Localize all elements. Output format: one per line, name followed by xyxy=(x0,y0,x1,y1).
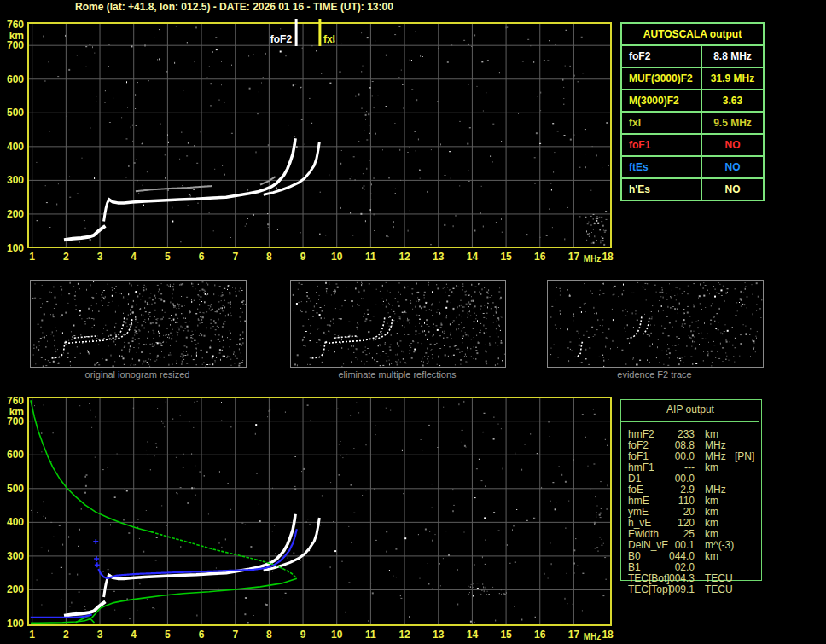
svg-text:9: 9 xyxy=(300,251,306,263)
aip-row-DelN_vE: DelN_vE00.1m^(-3) xyxy=(620,540,774,551)
autoscala-param-label: M(3000)F2 xyxy=(622,90,701,111)
autoscala-row-fxI: fxI9.5 MHz xyxy=(622,111,763,133)
svg-text:15: 15 xyxy=(500,629,512,641)
autoscala-row-MUF(3000)F2: MUF(3000)F231.9 MHz xyxy=(622,67,763,89)
autoscala-param-label: ftEs xyxy=(622,157,701,177)
autoscala-row-h'Es: h'EsNO xyxy=(622,177,763,200)
autoscala-param-label: foF1 xyxy=(622,135,701,155)
svg-text:10: 10 xyxy=(331,251,343,263)
autoscala-param-value: NO xyxy=(701,179,763,200)
svg-text:2: 2 xyxy=(63,251,69,263)
svg-text:km: km xyxy=(9,30,24,42)
svg-text:600: 600 xyxy=(7,73,24,85)
svg-text:4: 4 xyxy=(131,629,137,641)
autoscala-param-value: NO xyxy=(701,157,763,177)
svg-text:14: 14 xyxy=(467,251,479,263)
thumb-trace-E-trace xyxy=(578,353,581,357)
aip-param-unit: km xyxy=(705,551,718,562)
svg-text:km: km xyxy=(9,406,24,418)
svg-text:18: 18 xyxy=(602,251,614,263)
thumbnail-caption: evidence F2 trace xyxy=(547,369,762,380)
ionogram-E-trace xyxy=(66,227,104,240)
svg-text:11: 11 xyxy=(365,629,376,641)
profile-E-trace xyxy=(66,603,104,616)
svg-text:3: 3 xyxy=(97,629,103,641)
svg-text:100: 100 xyxy=(7,618,24,629)
svg-text:7: 7 xyxy=(232,251,238,263)
aip-table-header: AIP output xyxy=(620,403,760,415)
profile-plot: 760700600500400300200100km12345678910111… xyxy=(7,395,614,641)
thumbnail-original-ionogram xyxy=(30,280,247,368)
svg-text:100: 100 xyxy=(7,242,24,254)
svg-text:13: 13 xyxy=(433,629,445,641)
autoscala-table-header: AUTOSCALA output xyxy=(622,24,763,44)
autoscala-output-table: AUTOSCALA output foF28.8 MHzMUF(3000)F23… xyxy=(620,22,765,201)
aip-param-unit: TECU xyxy=(705,584,733,595)
svg-text:MHz: MHz xyxy=(584,632,602,641)
autoscala-row-ftEs: ftEsNO xyxy=(622,155,763,177)
aip-header-separator xyxy=(621,421,759,422)
svg-text:4: 4 xyxy=(131,251,137,263)
svg-text:12: 12 xyxy=(398,629,410,641)
svg-text:200: 200 xyxy=(7,208,24,220)
page-title: Rome (lat: +41.8, lon: 012.5) - DATE: 20… xyxy=(75,1,393,13)
autoscala-param-value: 3.63 xyxy=(701,90,763,111)
aip-param-value: 009.1 xyxy=(659,584,695,595)
thumb-trace-E-trace xyxy=(52,353,64,358)
svg-text:17: 17 xyxy=(568,629,580,641)
svg-text:12: 12 xyxy=(398,251,410,263)
svg-text:MHz: MHz xyxy=(584,254,602,264)
svg-text:3: 3 xyxy=(97,251,103,263)
thumbnail-f2-canvas xyxy=(548,281,763,367)
autoscala-param-value: 8.8 MHz xyxy=(701,46,763,67)
svg-text:200: 200 xyxy=(7,583,24,595)
aip-row-B0: B0044.0km xyxy=(620,551,774,562)
thumbnail-caption: original ionogram resized xyxy=(30,369,245,380)
thumb-trace-E-trace xyxy=(312,353,324,358)
ionogram-E-F-retardation xyxy=(104,200,109,220)
svg-text:6: 6 xyxy=(199,251,205,263)
marker-label-fxI: fxI xyxy=(323,33,335,45)
svg-text:1: 1 xyxy=(29,629,35,641)
svg-text:300: 300 xyxy=(7,174,24,186)
thumbnail-original-canvas xyxy=(31,281,246,367)
autoscala-row-foF1: foF1NO xyxy=(622,133,763,155)
svg-text:18: 18 xyxy=(602,629,614,641)
svg-text:8: 8 xyxy=(266,251,272,263)
thumb-trace-multiple-echo xyxy=(74,336,98,339)
ionogram-plot: foF2fxI760700600500400300200100km1234567… xyxy=(7,19,614,264)
svg-text:15: 15 xyxy=(500,251,512,263)
svg-text:760: 760 xyxy=(7,395,24,407)
thumb-trace-F2-X-trace xyxy=(643,318,649,334)
autoscala-param-value: NO xyxy=(701,135,763,155)
thumbnail-f2-trace xyxy=(547,280,764,368)
svg-text:17: 17 xyxy=(568,251,580,263)
svg-text:1: 1 xyxy=(29,251,35,263)
ionogram-multiple-echo xyxy=(137,186,212,191)
svg-text:500: 500 xyxy=(7,483,24,495)
aip-row-D1: D100.0 xyxy=(620,473,774,484)
svg-text:6: 6 xyxy=(199,629,205,641)
aip-row-TEC[Top]: TEC[Top]009.1TECU xyxy=(620,584,774,595)
svg-text:600: 600 xyxy=(7,449,24,461)
svg-text:5: 5 xyxy=(165,251,171,263)
svg-text:16: 16 xyxy=(534,251,546,263)
aip-param-note: [PN] xyxy=(735,451,754,462)
autoscala-param-label: h'Es xyxy=(622,179,701,200)
autoscala-param-label: MUF(3000)F2 xyxy=(622,68,701,89)
thumbnail-caption: eliminate multiple reflections xyxy=(290,369,504,380)
svg-text:14: 14 xyxy=(467,629,479,641)
svg-text:500: 500 xyxy=(7,107,24,119)
thumb-trace-E-F-retardation xyxy=(64,341,66,350)
svg-text:16: 16 xyxy=(534,629,546,641)
svg-text:760: 760 xyxy=(7,19,24,31)
thumbnail-multiple-reflections xyxy=(290,280,506,368)
svg-text:400: 400 xyxy=(7,141,24,153)
thumb-trace-E-F-retardation xyxy=(324,341,326,350)
autoscala-app-window: foF2fxI760700600500400300200100km1234567… xyxy=(0,0,826,644)
svg-text:9: 9 xyxy=(300,629,306,641)
svg-text:13: 13 xyxy=(433,251,445,263)
svg-text:8: 8 xyxy=(266,629,272,641)
marker-label-foF2: foF2 xyxy=(270,33,293,45)
aip-row-hmF1: hmF1---km xyxy=(620,462,774,473)
